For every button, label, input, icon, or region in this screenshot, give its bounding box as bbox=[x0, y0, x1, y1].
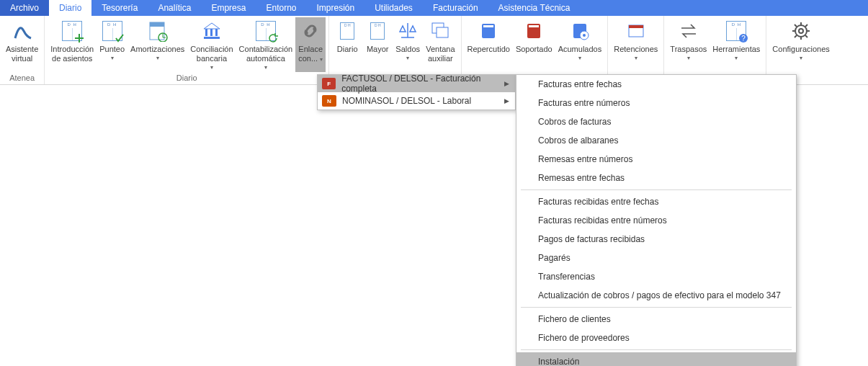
ventana-auxiliar-button[interactable]: Ventanaauxiliar bbox=[423, 17, 457, 72]
ribbon-group-atenea: Asistentevirtual Atenea bbox=[0, 16, 45, 84]
submenu-item[interactable]: Facturas entre fechas bbox=[516, 75, 796, 94]
ledger-add-icon bbox=[60, 19, 84, 43]
factusol-icon: F bbox=[322, 78, 336, 89]
factusol-submenu: Facturas entre fechasFacturas entre núme… bbox=[516, 74, 797, 366]
gear-icon bbox=[789, 19, 813, 43]
flyout-item-label: NOMINASOL / DELSOL - Laboral bbox=[342, 96, 471, 106]
tab-analitica[interactable]: Analítica bbox=[148, 0, 201, 16]
repercutido-button[interactable]: Repercutido bbox=[465, 17, 513, 72]
herramientas-button[interactable]: ? Herramientas ▾ bbox=[710, 17, 763, 72]
chevron-down-icon: ▾ bbox=[635, 55, 637, 61]
submenu-item[interactable]: Fichero de clientes bbox=[516, 310, 796, 329]
svg-rect-4 bbox=[210, 29, 212, 36]
submenu-item[interactable]: Cobros de facturas bbox=[516, 112, 796, 131]
btn-label: Acumulados bbox=[558, 45, 602, 53]
tab-facturacion[interactable]: Facturación bbox=[423, 0, 488, 16]
tab-entorno[interactable]: Entorno bbox=[256, 0, 306, 16]
svg-rect-8 bbox=[437, 27, 448, 37]
btn-label: Contabilización bbox=[239, 45, 293, 53]
ledger-help-icon: ? bbox=[724, 19, 748, 43]
submenu-item[interactable]: Pagarés bbox=[516, 249, 796, 267]
tab-label: Impresión bbox=[316, 3, 354, 13]
nominasol-icon: N bbox=[322, 95, 336, 107]
submenu-item[interactable]: Instalación bbox=[516, 352, 796, 366]
btn-label: virtual bbox=[12, 54, 32, 63]
flyout-item-factusol[interactable]: F FACTUSOL / DELSOL - Facturación comple… bbox=[318, 75, 515, 92]
submenu-item[interactable]: Facturas entre números bbox=[516, 94, 796, 112]
submenu-item[interactable]: Remesas entre fechas bbox=[516, 169, 796, 187]
soportado-button[interactable]: Soportado bbox=[513, 17, 555, 72]
btn-label: Conciliación bbox=[190, 45, 233, 53]
tab-empresa[interactable]: Empresa bbox=[201, 0, 256, 16]
btn-label: con... bbox=[298, 54, 318, 63]
svg-point-21 bbox=[799, 29, 803, 33]
submenu-item[interactable]: Fichero de proveedores bbox=[516, 329, 796, 347]
chevron-down-icon: ▾ bbox=[320, 56, 323, 63]
tab-impresion[interactable]: Impresión bbox=[306, 0, 364, 16]
submenu-item[interactable]: Remesas entre números bbox=[516, 150, 796, 169]
group-label: Atenea bbox=[3, 73, 41, 84]
btn-label: Soportado bbox=[516, 45, 552, 53]
tab-label: Tesorería bbox=[102, 3, 138, 13]
submenu-item[interactable]: Facturas recibidas entre fechas bbox=[516, 192, 796, 211]
chevron-down-icon: ▾ bbox=[210, 64, 213, 71]
amortization-icon bbox=[146, 19, 170, 43]
submenu-item[interactable]: Pagos de facturas recibidas bbox=[516, 230, 796, 249]
traspasos-button[interactable]: Traspasos ▾ bbox=[667, 17, 710, 72]
tab-utilidades[interactable]: Utilidades bbox=[364, 0, 423, 16]
btn-label: automática bbox=[246, 54, 285, 63]
balance-scale-icon bbox=[395, 19, 420, 43]
svg-rect-12 bbox=[529, 25, 539, 27]
submenu-item[interactable]: Facturas recibidas entre números bbox=[516, 211, 796, 230]
submenu-item-label: Remesas entre números bbox=[538, 154, 632, 164]
punteo-button[interactable]: Punteo ▾ bbox=[97, 17, 127, 72]
ribbon-group-diario: Introducciónde asientos Punteo ▾ Amortiz… bbox=[45, 16, 329, 84]
enlace-con-button[interactable]: Enlacecon... ▾ bbox=[295, 17, 326, 72]
submenu-item-label: Facturas recibidas entre números bbox=[538, 215, 667, 226]
chevron-down-icon: ▾ bbox=[111, 55, 114, 61]
tab-label: Archivo bbox=[10, 3, 39, 13]
retenciones-button[interactable]: Retenciones ▾ bbox=[611, 17, 661, 72]
submenu-item[interactable]: Actualización de cobros / pagos de efect… bbox=[516, 286, 796, 305]
mayor-button[interactable]: Mayor bbox=[362, 17, 393, 72]
bank-icon bbox=[200, 19, 224, 43]
btn-label: Asistente bbox=[6, 45, 38, 53]
acumulados-button[interactable]: Acumulados ▾ bbox=[555, 17, 605, 72]
ledger-refresh-icon bbox=[254, 19, 278, 43]
tab-tesoreria[interactable]: Tesorería bbox=[91, 0, 148, 16]
submenu-item[interactable]: Transferencias bbox=[516, 267, 796, 286]
windows-icon bbox=[428, 19, 452, 43]
book-gear-icon bbox=[568, 19, 592, 43]
diario-button[interactable]: Diario bbox=[332, 17, 362, 72]
svg-text:?: ? bbox=[742, 35, 746, 43]
configuraciones-button[interactable]: Configuraciones ▾ bbox=[769, 17, 833, 72]
tab-label: Analítica bbox=[158, 3, 191, 13]
submenu-item-label: Instalación bbox=[538, 357, 579, 366]
tab-asistencia[interactable]: Asistencia Técnica bbox=[488, 0, 581, 16]
svg-rect-5 bbox=[215, 29, 218, 36]
chevron-down-icon: ▾ bbox=[406, 55, 409, 61]
btn-label: Repercutido bbox=[467, 45, 510, 53]
flyout-item-nominasol[interactable]: N NOMINASOL / DELSOL - Laboral ▶ bbox=[318, 92, 515, 110]
book-blue-icon bbox=[476, 19, 501, 43]
submenu-item-label: Fichero de clientes bbox=[538, 314, 611, 324]
menu-separator bbox=[521, 307, 792, 308]
submenu-item[interactable]: Cobros de albaranes bbox=[516, 131, 796, 150]
conciliacion-bancaria-button[interactable]: Conciliaciónbancaria ▾ bbox=[187, 17, 236, 72]
amortizaciones-button[interactable]: Amortizaciones ▾ bbox=[127, 17, 187, 72]
chevron-down-icon: ▾ bbox=[578, 55, 581, 61]
introduccion-asientos-button[interactable]: Introducciónde asientos bbox=[48, 17, 97, 72]
chevron-right-icon: ▶ bbox=[504, 97, 509, 104]
saldos-button[interactable]: Saldos ▾ bbox=[393, 17, 423, 72]
btn-label: auxiliar bbox=[428, 54, 453, 63]
group-label: Diario bbox=[48, 73, 326, 84]
contabilizacion-automatica-button[interactable]: Contabilizaciónautomática ▾ bbox=[236, 17, 296, 72]
tab-archivo[interactable]: Archivo bbox=[0, 0, 49, 16]
submenu-item-label: Cobros de facturas bbox=[538, 117, 611, 127]
tab-diario[interactable]: Diario bbox=[49, 0, 91, 16]
btn-label: Amortizaciones bbox=[130, 45, 184, 53]
asistente-virtual-button[interactable]: Asistentevirtual bbox=[3, 17, 41, 72]
svg-rect-6 bbox=[204, 37, 220, 39]
ledger-small-icon bbox=[335, 19, 359, 43]
chevron-right-icon: ▶ bbox=[504, 80, 509, 87]
